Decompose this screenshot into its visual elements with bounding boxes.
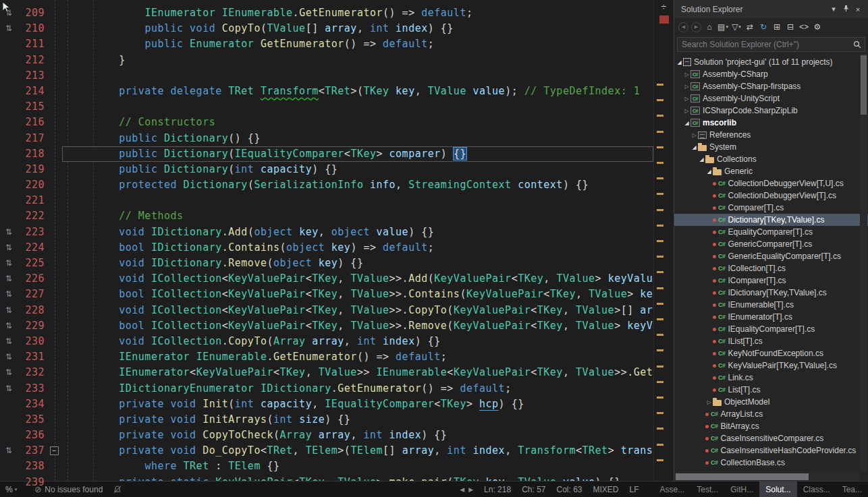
tree-item[interactable]: ▷C#Assembly-CSharp (674, 68, 868, 80)
tool-window-tab[interactable]: Test... (690, 481, 724, 497)
code-line[interactable]: IEnumerator IEnumerable.GetEnumerator() … (62, 349, 653, 365)
line-number[interactable]: 215 (18, 99, 49, 115)
expanded-chevron-icon[interactable]: ◢ (705, 169, 713, 175)
line-number[interactable]: 221 (18, 193, 49, 208)
line-number[interactable]: 238 (18, 459, 49, 474)
line-number[interactable]: 227 (18, 287, 49, 302)
code-line[interactable]: IEnumerator<KeyValuePair<TKey, TValue>> … (62, 365, 653, 380)
tree-item[interactable]: C#Dictionary[TKey,TValue].cs (674, 214, 868, 226)
code-area[interactable]: IEnumerator IEnumerable.GetEnumerator() … (62, 0, 653, 481)
line-number[interactable]: 225 (18, 256, 49, 271)
search-input[interactable] (677, 37, 865, 52)
line-number[interactable]: 213 (18, 68, 49, 84)
line-number[interactable]: 212 (18, 53, 49, 68)
line-number[interactable]: 219 (18, 162, 49, 177)
line-number[interactable]: 231 (18, 349, 49, 365)
scrollbar-thumb[interactable] (861, 55, 867, 115)
tree-item[interactable]: C#Comparer[T].cs (674, 202, 868, 214)
code-line[interactable]: public Enumerator GetEnumerator() => def… (62, 36, 653, 52)
outlining-margin[interactable]: − (49, 0, 62, 481)
show-all-files-icon[interactable]: ⊞ (771, 21, 783, 33)
line-number[interactable]: 217 (18, 131, 49, 146)
code-line[interactable]: protected Dictionary(SerializationInfo i… (62, 177, 653, 193)
line-number[interactable]: 230 (18, 334, 49, 349)
tool-window-tab[interactable]: Class... (797, 481, 836, 497)
code-line[interactable]: private static KeyValuePair<TKey, TValue… (62, 475, 653, 481)
line-number[interactable]: 235 (18, 412, 49, 428)
tree-item[interactable]: ◢C#mscorlib (674, 117, 868, 129)
tree-item[interactable]: ◢Generic (674, 165, 868, 177)
tree-item[interactable]: ▷C#Assembly-UnityScript (674, 92, 868, 105)
code-line[interactable]: void ICollection<KeyValuePair<TKey, TVal… (62, 303, 653, 318)
tree-item[interactable]: ▷ObjectModel (674, 396, 868, 408)
code-line[interactable]: bool ICollection<KeyValuePair<TKey, TVal… (62, 287, 653, 302)
code-line[interactable]: public Dictionary() {} (62, 131, 653, 146)
line-number[interactable]: 236 (18, 428, 49, 443)
expanded-chevron-icon[interactable]: ◢ (698, 156, 705, 163)
expanded-chevron-icon[interactable]: ◢ (676, 59, 683, 65)
view-code-icon[interactable]: <> (798, 21, 810, 33)
properties-icon[interactable]: ⚙ (811, 21, 823, 33)
code-line[interactable]: } (62, 53, 653, 68)
references-indicator-icon[interactable]: ⇅ (0, 256, 18, 271)
collapse-all-icon[interactable]: ⊟ (784, 21, 796, 33)
sync-with-active-document-icon[interactable]: ⇄ (744, 21, 756, 33)
tree-item[interactable]: C#IComparer[T].cs (674, 274, 868, 287)
line-number[interactable]: 233 (18, 381, 49, 397)
line-number[interactable]: 226 (18, 271, 49, 287)
scrollbar-split-icon[interactable]: ÷ (654, 1, 674, 12)
tree-item[interactable]: C#ArrayList.cs (674, 408, 868, 420)
tree-item[interactable]: C#KeyValuePair[TKey,TValue].cs (674, 359, 868, 372)
tree-item[interactable]: ◢Collections (674, 153, 868, 165)
forward-icon[interactable]: ▶ (691, 22, 701, 32)
line-indicator[interactable]: Ln: 218 (484, 485, 511, 494)
code-line[interactable]: where TRet : TElem {} (62, 459, 653, 474)
code-line[interactable]: // Constructors (62, 115, 653, 130)
tree-item[interactable]: ▷C#ICSharpCode.SharpZipLib (674, 105, 868, 117)
line-number[interactable]: 239 (18, 475, 49, 490)
line-number[interactable]: 220 (18, 177, 49, 193)
references-indicator-icon[interactable]: ⇅ (0, 287, 18, 302)
tree-item[interactable]: C#IEnumerator[T].cs (674, 311, 868, 323)
tree-item[interactable]: C#IEnumerable[T].cs (674, 299, 868, 311)
tree-item[interactable]: C#Link.cs (674, 372, 868, 384)
line-number[interactable]: 237 (18, 443, 49, 459)
tree-item[interactable]: C#IDictionary[TKey,TValue].cs (674, 287, 868, 299)
tool-window-tab[interactable]: Solut... (759, 481, 796, 497)
home-icon[interactable]: ⌂ (703, 21, 715, 33)
line-number[interactable]: 216 (18, 115, 49, 130)
code-line[interactable] (62, 68, 653, 84)
char-indicator[interactable]: Ch: 57 (522, 485, 545, 494)
code-line[interactable] (62, 193, 653, 208)
line-number[interactable]: 210 (18, 21, 49, 36)
tree-item[interactable]: ◢Solution 'project-gui' (11 of 11 projec… (674, 56, 868, 68)
collapsed-chevron-icon[interactable]: ▷ (683, 84, 690, 90)
scrollbar-thumb[interactable] (676, 473, 809, 480)
tree-item[interactable]: C#CaseInsensitiveHashCodeProvider.cs (674, 444, 868, 457)
line-number[interactable]: 223 (18, 225, 49, 240)
expanded-chevron-icon[interactable]: ◢ (690, 144, 698, 150)
code-line[interactable]: void ICollection<KeyValuePair<TKey, TVal… (62, 271, 653, 287)
collapsed-chevron-icon[interactable]: ▷ (705, 399, 713, 405)
line-number-margin[interactable]: 2092102112122132142152162172182192202212… (18, 0, 49, 481)
close-icon[interactable]: × (852, 5, 864, 13)
references-indicator-icon[interactable]: ⇅ (0, 334, 18, 349)
references-indicator-icon[interactable]: ⇅ (0, 240, 18, 256)
line-number[interactable]: 229 (18, 318, 49, 334)
code-line[interactable]: bool IDictionary.Contains(object key) =>… (62, 240, 653, 256)
tree-item[interactable]: ▷C#Assembly-CSharp-firstpass (674, 80, 868, 92)
line-number[interactable]: 234 (18, 397, 49, 412)
line-number[interactable]: 209 (18, 5, 49, 21)
tree-item[interactable]: C#IEqualityComparer[T].cs (674, 323, 868, 335)
column-indicator[interactable]: Col: 63 (556, 485, 582, 494)
code-line[interactable]: // Methods (62, 208, 653, 224)
code-editor[interactable]: ⇅⇅⇅⇅⇅⇅⇅⇅⇅⇅⇅⇅⇅⇅ 2092102112122132142152162… (0, 0, 674, 481)
line-number[interactable]: 228 (18, 303, 49, 318)
code-line[interactable]: public void CopyTo(TValue[] array, int i… (62, 21, 653, 36)
references-indicator-icon[interactable]: ⇅ (0, 5, 18, 21)
pending-changes-filter-icon[interactable]: ▽▾ (730, 21, 742, 33)
nav-back-icon[interactable]: ◀ (460, 486, 464, 493)
vertical-scrollbar[interactable] (860, 54, 867, 471)
tree-item[interactable]: C#GenericEqualityComparer[T].cs (674, 250, 868, 262)
tree-item[interactable]: C#KeyNotFoundException.cs (674, 347, 868, 359)
